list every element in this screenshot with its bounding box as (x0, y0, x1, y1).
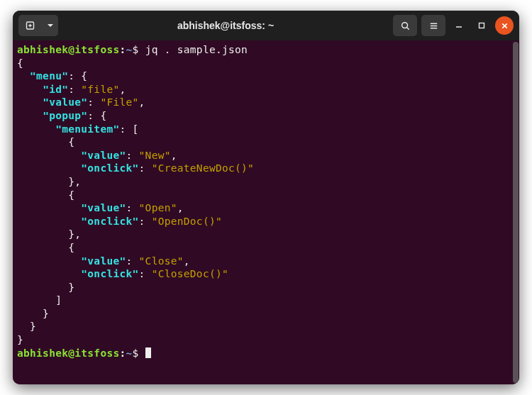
terminal-line: { (17, 189, 512, 202)
prompt-path: ~ (126, 347, 133, 359)
terminal-line: "id": "file", (17, 83, 512, 96)
terminal-line: "value": "File", (17, 96, 512, 109)
prompt-path: ~ (126, 44, 133, 55)
json-token: "onclick" (81, 268, 138, 279)
json-token: : (126, 255, 139, 267)
terminal-line: "value": "Close", (17, 255, 512, 268)
terminal-line: { (17, 57, 512, 70)
terminal-line: } (17, 320, 512, 333)
json-token: : (126, 150, 139, 161)
maximize-icon (477, 21, 486, 30)
json-token: }, (17, 176, 81, 187)
json-token: : (68, 84, 81, 95)
json-token: } (17, 334, 23, 345)
json-token: "value" (81, 255, 126, 267)
json-token: "popup" (43, 110, 87, 121)
json-token: "id" (43, 84, 68, 95)
terminal-line: { (17, 241, 512, 255)
close-icon (501, 22, 509, 30)
titlebar-right (393, 15, 514, 36)
window-title: abhishek@itsfoss: ~ (62, 20, 389, 31)
prompt-at: @ (68, 44, 74, 55)
terminal-line: } (17, 333, 512, 347)
json-token: "New" (139, 150, 171, 161)
json-token: "value" (43, 96, 87, 108)
json-token: "OpenDoc()" (152, 216, 222, 227)
json-token (17, 202, 81, 213)
new-tab-icon (25, 20, 36, 31)
json-token: "menu" (30, 70, 68, 82)
json-token (17, 70, 30, 82)
terminal-line: abhishek@itsfoss:~$ jq . sample.json (17, 43, 512, 57)
json-token: : (139, 162, 152, 174)
search-icon (400, 21, 411, 31)
terminal-line: "value": "Open", (17, 201, 512, 215)
hamburger-icon (428, 21, 439, 31)
cursor (145, 347, 151, 358)
close-button[interactable] (495, 16, 514, 35)
json-token (17, 150, 81, 161)
prompt-at: @ (68, 347, 74, 359)
terminal-line: "onclick": "CreateNewDoc()" (17, 162, 512, 175)
json-token (17, 110, 43, 121)
json-token: "menuitem" (55, 123, 119, 135)
terminal-line: }, (17, 175, 512, 189)
json-token: , (177, 202, 184, 213)
json-token (17, 96, 43, 108)
json-token: , (120, 84, 126, 95)
json-token: } (17, 282, 74, 293)
json-token (17, 123, 55, 135)
terminal-body: abhishek@itsfoss:~$ jq . sample.json{ "m… (13, 40, 519, 384)
json-token: , (171, 150, 177, 161)
svg-point-3 (401, 22, 407, 28)
json-token: "value" (81, 202, 126, 213)
chevron-down-icon (47, 22, 54, 29)
json-token: ] (17, 294, 62, 306)
json-token: : { (68, 70, 87, 82)
terminal-line: }, (17, 228, 512, 241)
terminal-output[interactable]: abhishek@itsfoss:~$ jq . sample.json{ "m… (13, 40, 512, 384)
terminal-line: } (17, 307, 512, 321)
terminal-line: "value": "New", (17, 149, 512, 162)
prompt-host: itsfoss (74, 347, 119, 359)
json-token: : { (87, 110, 106, 121)
json-token: , (184, 255, 190, 267)
scrollbar-thumb[interactable] (513, 42, 519, 383)
terminal-line: "onclick": "CloseDoc()" (17, 267, 512, 281)
svg-rect-9 (480, 23, 484, 28)
json-token: : (139, 216, 152, 227)
json-token: } (17, 321, 36, 332)
json-token: "File" (100, 96, 138, 108)
json-token: { (17, 242, 74, 253)
json-token: "Close" (139, 255, 184, 267)
prompt-dollar: $ (133, 44, 139, 55)
maximize-button[interactable] (472, 16, 491, 35)
minimize-button[interactable] (450, 16, 468, 35)
json-token: , (139, 96, 145, 108)
titlebar-left (18, 15, 58, 36)
hamburger-menu-button[interactable] (421, 15, 445, 36)
prompt-user: abhishek (17, 44, 68, 55)
search-button[interactable] (393, 15, 417, 36)
terminal-line: "popup": { (17, 109, 512, 123)
json-token: { (17, 136, 74, 148)
terminal-line: abhishek@itsfoss:~$ (17, 347, 512, 360)
json-token: : [ (120, 123, 139, 135)
json-token: : (87, 96, 100, 108)
json-token (17, 268, 81, 279)
json-token: "file" (81, 84, 119, 95)
new-tab-button[interactable] (18, 15, 43, 36)
json-token: "onclick" (81, 216, 138, 227)
minimize-icon (455, 21, 463, 30)
terminal-window: abhishek@itsfoss: ~ (13, 11, 519, 384)
json-token: "Open" (139, 202, 177, 213)
json-token: "CloseDoc()" (152, 268, 228, 279)
titlebar: abhishek@itsfoss: ~ (13, 11, 519, 40)
json-token: }, (17, 228, 81, 240)
new-tab-dropdown-button[interactable] (43, 15, 58, 36)
prompt-colon: : (120, 347, 126, 359)
terminal-line: } (17, 281, 512, 294)
json-token: { (17, 57, 23, 69)
scrollbar[interactable] (512, 40, 519, 384)
json-token: "onclick" (81, 162, 138, 174)
